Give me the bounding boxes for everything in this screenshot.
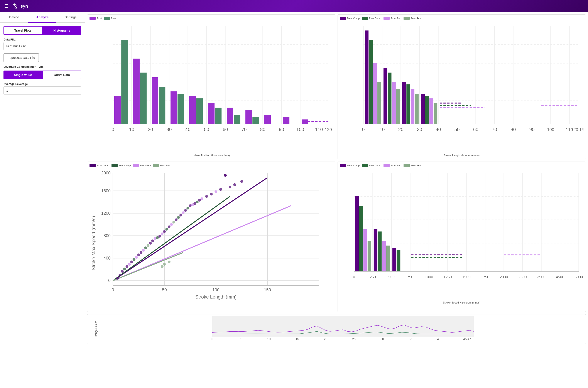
svg-text:100: 100: [547, 127, 554, 132]
histograms-button[interactable]: Histograms: [43, 26, 81, 35]
bar: [283, 117, 290, 124]
svg-point-129: [210, 193, 213, 195]
bar: [392, 82, 396, 124]
svg-point-104: [147, 244, 149, 247]
svg-point-106: [151, 240, 154, 242]
svg-text:25: 25: [352, 337, 356, 341]
wheel-position-chart: Front Rear: [87, 14, 335, 159]
svg-text:100: 100: [296, 127, 304, 132]
svg-point-124: [193, 202, 196, 205]
svg-text:50: 50: [204, 127, 209, 132]
svg-point-128: [205, 195, 208, 198]
legend-rear-color: [104, 17, 110, 20]
svg-text:10: 10: [129, 127, 134, 132]
bar: [421, 94, 425, 124]
range-select-container: Range Select 0 5 10: [87, 314, 586, 344]
svg-text:30: 30: [380, 337, 384, 341]
bar: [388, 73, 391, 124]
svg-point-127: [200, 197, 203, 200]
stroke-length-hist-area: 0 10 20 30 40 50 60 70 80 90 100 110 120…: [340, 21, 584, 153]
bar: [171, 92, 177, 124]
svg-point-102: [142, 249, 145, 252]
svg-point-96: [128, 263, 131, 266]
svg-text:Stroke Max Speed (mm/s): Stroke Max Speed (mm/s): [91, 216, 96, 270]
tab-device[interactable]: Device: [0, 12, 28, 23]
svg-text:80: 80: [511, 127, 516, 132]
svg-text:120: 120: [325, 127, 332, 132]
bar: [355, 196, 359, 271]
legend-fr-color: [384, 17, 390, 20]
svg-point-138: [161, 265, 164, 268]
svg-point-99: [135, 256, 138, 259]
data-file-label: Data File:: [3, 38, 81, 41]
legend-rc-color: [362, 17, 368, 20]
charts-grid: Front Rear: [87, 14, 586, 344]
svg-text:5: 5: [240, 337, 242, 341]
svg-point-137: [163, 263, 166, 266]
svg-point-118: [179, 214, 182, 217]
bar: [411, 89, 415, 124]
legend-rr2: Rear Reb.: [153, 164, 171, 167]
svg-point-95: [126, 265, 128, 268]
svg-text:40: 40: [437, 337, 441, 341]
svg-text:30: 30: [417, 127, 422, 132]
tab-settings[interactable]: Settings: [56, 12, 85, 23]
legend-fc2: Front Comp.: [90, 164, 110, 167]
bar: [384, 68, 387, 124]
bar: [196, 98, 203, 124]
bar: [392, 248, 396, 271]
legend-rear: Rear: [104, 17, 116, 20]
svg-text:0: 0: [108, 278, 111, 283]
legend-fc2-color: [90, 164, 96, 167]
svg-text:0: 0: [112, 127, 114, 132]
svg-text:20: 20: [148, 127, 153, 132]
svg-text:0: 0: [353, 275, 355, 279]
svg-text:40: 40: [436, 127, 441, 132]
svg-point-116: [175, 218, 177, 221]
svg-point-92: [119, 274, 121, 276]
bar: [369, 40, 373, 124]
svg-text:0: 0: [362, 127, 365, 132]
curve-data-button[interactable]: Curve Data: [43, 71, 81, 79]
legend-rear-label: Rear: [111, 17, 116, 20]
logo-icon: [12, 3, 19, 10]
svg-text:110: 110: [315, 127, 323, 132]
data-file-input[interactable]: [3, 42, 81, 50]
bar: [114, 96, 121, 124]
average-leverage-input[interactable]: [3, 86, 81, 95]
svg-point-97: [130, 261, 133, 264]
svg-text:1600: 1600: [101, 188, 111, 193]
svg-line-87: [113, 178, 268, 281]
svg-text:70: 70: [242, 127, 247, 132]
svg-point-117: [177, 216, 180, 219]
bar: [377, 82, 381, 124]
wheel-position-title: Wheel Position Histogram (mm): [90, 154, 333, 157]
bar: [406, 84, 410, 124]
svg-point-109: [158, 235, 161, 238]
scatter-svg: Stroke Max Speed (mm/s): [90, 168, 333, 309]
single-value-button[interactable]: Single Value: [3, 71, 43, 79]
legend-rear-reb: Rear Reb.: [404, 17, 421, 20]
bar: [159, 87, 165, 124]
svg-point-94: [123, 267, 126, 270]
svg-text:90: 90: [279, 127, 284, 132]
svg-text:50: 50: [455, 127, 460, 132]
svg-text:2500: 2500: [518, 275, 527, 279]
svg-text:60: 60: [223, 127, 228, 132]
data-file-group: Data File:: [3, 38, 81, 50]
app-header: ☰ syn: [0, 0, 588, 12]
svg-point-120: [184, 209, 187, 212]
svg-text:1750: 1750: [481, 275, 489, 279]
svg-point-130: [215, 190, 217, 193]
svg-point-101: [140, 251, 143, 254]
range-select-label: Range Select: [95, 321, 98, 337]
svg-text:500: 500: [388, 275, 395, 279]
legend-rr-color: [404, 17, 410, 20]
svg-point-103: [144, 246, 147, 249]
svg-point-115: [172, 221, 175, 224]
reprocess-button[interactable]: Reprocess Data File: [3, 53, 39, 62]
tab-analyze[interactable]: Analyze: [28, 12, 57, 23]
travel-plots-button[interactable]: Travel Plots: [3, 26, 43, 35]
legend-rr3: Rear Reb.: [404, 164, 421, 167]
menu-icon[interactable]: ☰: [4, 3, 8, 9]
